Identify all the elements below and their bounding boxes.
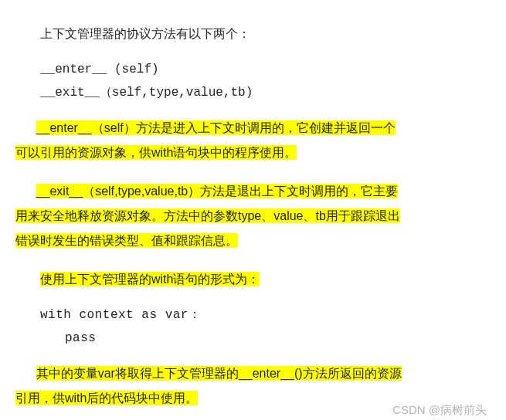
var-desc-line2: 引用，供with后的代码块中使用。 [15,391,198,405]
exit-description: __exit__（self,type,value,tb）方法是退出上下文时调用的… [15,179,491,253]
with-intro-text: 使用上下文管理器的with语句的形式为： [40,272,260,286]
exit-signature: __exit__（self,type,value,tb) [40,83,491,102]
method-signatures: __enter__ (self) __exit__（self,type,valu… [40,60,491,102]
intro-paragraph: 上下文管理器的协议方法有以下两个： [15,22,491,46]
exit-desc-line1: __exit__（self,type,value,tb）方法是退出上下文时调用的… [36,184,399,198]
with-intro: 使用上下文管理器的with语句的形式为： [15,267,491,292]
exit-desc-line2: 用来安全地释放资源对象。方法中的参数type、value、tb用于跟踪退出 [15,208,400,223]
enter-desc-line2: 可以引用的资源对象，供with语句块中的程序使用。 [15,145,297,160]
var-desc-line1: 其中的变量var将取得上下文管理器的__enter__()方法所返回的资源 [36,366,402,381]
intro-text: 上下文管理器的协议方法有以下两个： [40,27,250,40]
with-code-line2: pass [40,329,491,347]
var-description: 其中的变量var将取得上下文管理器的__enter__()方法所返回的资源 引用… [15,361,491,411]
enter-description: __enter__（self）方法是进入上下文时调用的，它创建并返回一个 可以引… [15,116,491,165]
exit-desc-line3: 错误时发生的错误类型、值和跟踪信息。 [15,233,238,248]
with-code-block: with context as var： pass [40,306,491,347]
enter-signature: __enter__ (self) [40,60,491,79]
enter-desc-line1: __enter__（self）方法是进入上下文时调用的，它创建并返回一个 [36,120,396,135]
with-code-line1: with context as var： [40,306,491,324]
